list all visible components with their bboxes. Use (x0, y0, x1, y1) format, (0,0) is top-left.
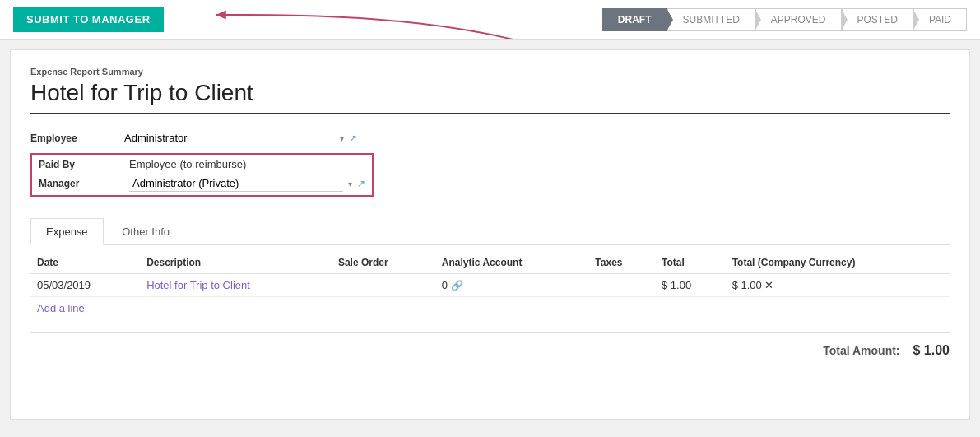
col-total: Total (655, 252, 726, 274)
svg-marker-1 (216, 11, 226, 20)
total-amount-value: $ 1.00 (913, 343, 950, 358)
employee-input[interactable] (121, 130, 335, 146)
employee-field-value: ▾ ↗ (121, 130, 357, 146)
paid-by-row: Paid By Employee (to reimburse) (39, 158, 365, 170)
col-analytic-account: Analytic Account (435, 252, 589, 274)
add-line-button[interactable]: Add a line (30, 297, 91, 319)
col-description: Description (140, 252, 332, 274)
manager-field-value: ▾ ↗ (129, 175, 365, 192)
employee-dropdown-icon[interactable]: ▾ (340, 134, 344, 143)
cell-total-company: $ 1.00 ✕ (726, 274, 950, 297)
main-content: Expense Report Summary Hotel for Trip to… (10, 49, 970, 420)
col-taxes: Taxes (588, 252, 655, 274)
delete-row-icon[interactable]: ✕ (764, 279, 773, 291)
paid-by-label: Paid By (39, 159, 129, 170)
tab-other-info[interactable]: Other Info (106, 218, 185, 244)
manager-external-link-icon[interactable]: ↗ (357, 178, 365, 189)
paid-by-text: Employee (to reimburse) (129, 158, 246, 170)
tabs-section: Expense Other Info (30, 218, 950, 245)
status-step-draft[interactable]: DRAFT (602, 8, 667, 31)
status-steps: DRAFTSUBMITTEDAPPROVEDPOSTEDPAID (602, 8, 967, 31)
cell-analytic-account: 0 🔗 (435, 274, 589, 297)
manager-input[interactable] (129, 175, 343, 192)
cell-total: $ 1.00 (655, 274, 726, 297)
report-summary-label: Expense Report Summary (30, 67, 950, 77)
expense-table: Date Description Sale Order Analytic Acc… (30, 252, 950, 297)
cell-date: 05/03/2019 (30, 274, 140, 297)
top-bar: SUBMIT TO MANAGER DRAFTSUBMITTEDAPPROVED… (0, 0, 980, 40)
col-total-company: Total (Company Currency) (726, 252, 950, 274)
employee-label: Employee (30, 132, 121, 144)
status-step-paid[interactable]: PAID (913, 8, 967, 31)
status-step-posted[interactable]: POSTED (842, 8, 913, 31)
report-title: Hotel for Trip to Client (30, 80, 950, 114)
table-row: 05/03/2019 Hotel for Trip to Client 0 🔗 … (30, 274, 950, 297)
manager-row: Manager ▾ ↗ (39, 175, 365, 192)
employee-row: Employee ▾ ↗ (30, 130, 950, 146)
submit-to-manager-button[interactable]: SUBMIT TO MANAGER (13, 7, 164, 32)
attachment-icon: 🔗 (451, 280, 463, 291)
manager-dropdown-icon[interactable]: ▾ (348, 179, 352, 188)
cell-description: Hotel for Trip to Client (140, 274, 332, 297)
expense-link[interactable]: Hotel for Trip to Client (146, 279, 250, 291)
col-sale-order: Sale Order (332, 252, 435, 274)
total-amount-label: Total Amount: (823, 344, 899, 357)
cell-taxes (588, 274, 655, 297)
employee-external-link-icon[interactable]: ↗ (349, 132, 357, 144)
cell-sale-order (332, 274, 435, 297)
tab-expense[interactable]: Expense (30, 218, 104, 245)
highlighted-fields: Paid By Employee (to reimburse) Manager … (30, 153, 374, 197)
col-date: Date (30, 252, 140, 274)
paid-by-value: Employee (to reimburse) (129, 158, 246, 170)
total-row: Total Amount: $ 1.00 (30, 332, 950, 358)
manager-label: Manager (39, 178, 129, 189)
status-step-approved[interactable]: APPROVED (755, 8, 842, 31)
status-step-submitted[interactable]: SUBMITTED (667, 8, 755, 31)
